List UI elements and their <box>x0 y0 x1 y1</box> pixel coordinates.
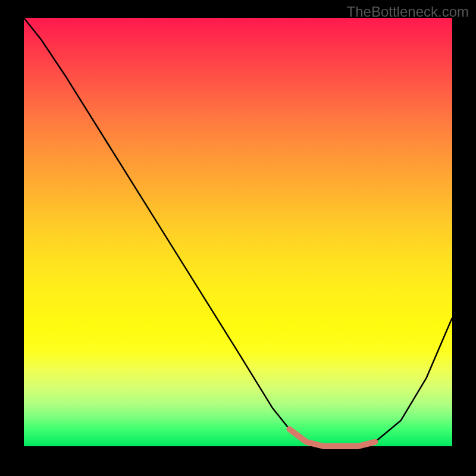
chart-svg <box>24 18 452 446</box>
bottleneck-curve <box>24 18 452 446</box>
flat-region-highlight <box>289 429 375 446</box>
chart-plot-area <box>24 18 452 446</box>
watermark-text: TheBottleneck.com <box>347 4 469 20</box>
